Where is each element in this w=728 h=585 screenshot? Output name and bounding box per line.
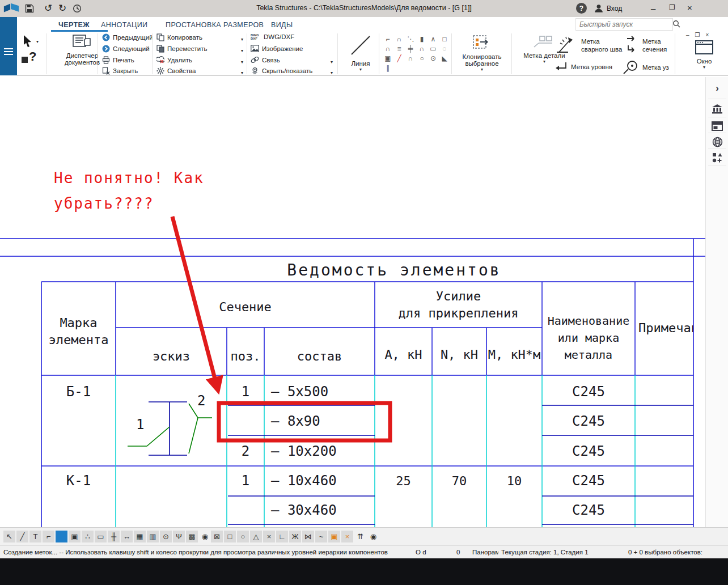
draw-angle-icon[interactable]: ∧	[428, 34, 439, 44]
draw-points-icon[interactable]: ⋱	[405, 34, 416, 44]
draw-curve-icon[interactable]: ∩	[405, 53, 416, 63]
help-icon[interactable]: ?	[576, 3, 587, 14]
close-drawing-button[interactable]: Закрыть	[102, 67, 138, 75]
weld-mark-icon[interactable]: ⌐	[43, 531, 54, 542]
draw-arc2-icon[interactable]: ∩	[416, 44, 428, 53]
pins-icon[interactable]: ⇈	[354, 531, 366, 542]
show-hide-button[interactable]: Скрыть/показать	[251, 67, 312, 74]
draw-ellipse-icon[interactable]: ○	[416, 53, 428, 63]
link-caret-icon[interactable]: ▾	[331, 60, 333, 65]
restore-button[interactable]: ❐	[669, 3, 675, 11]
select-area-icon[interactable]: □	[224, 531, 236, 542]
window-area-icon[interactable]: ▭	[95, 531, 107, 542]
tab-views[interactable]: ВИДЫ	[271, 21, 293, 29]
doc-minimize-icon[interactable]: –	[686, 32, 695, 38]
grid-icon[interactable]: ▦	[134, 531, 146, 542]
select-axis-icon[interactable]: Ж	[289, 531, 301, 542]
layout-panel-icon[interactable]	[706, 118, 728, 134]
plug-icon[interactable]: Ψ	[173, 531, 185, 542]
properties-button[interactable]: Свойства	[156, 67, 196, 75]
window-menu-button[interactable]: Окно ▾	[689, 39, 719, 70]
help-square-icon[interactable]	[22, 57, 28, 63]
drawing-canvas[interactable]: Не понятно! Как убрать???? Ведомость эле…	[0, 77, 705, 527]
select-pointer-icon[interactable]	[22, 35, 34, 48]
level-mark-button[interactable]: Метка уровня	[555, 61, 612, 73]
draw-hatch-icon[interactable]: ≡	[393, 44, 405, 53]
draw-parallel-icon[interactable]: ∥	[382, 63, 393, 73]
visibility-icon[interactable]: ◉	[367, 531, 379, 542]
component-icon[interactable]: ▣	[328, 531, 340, 542]
tab-annotations[interactable]: АННОТАЦИИ	[101, 21, 148, 29]
doc-close-icon[interactable]: ×	[706, 32, 715, 38]
draw-rounded-icon[interactable]: ▭	[428, 44, 439, 53]
zoom-point-icon[interactable]: ⊙	[160, 531, 172, 542]
component-select-icon[interactable]: ×	[341, 531, 353, 542]
select-triangle-icon[interactable]: △	[250, 531, 262, 542]
previous-drawing-button[interactable]: Предыдущий	[102, 33, 153, 41]
minimize-button[interactable]: –	[651, 3, 655, 13]
clone-selected-button[interactable]: Клонировать выбранное ▾	[455, 34, 509, 72]
select-wave-icon[interactable]: ~	[315, 531, 327, 542]
select-all-icon[interactable]: ⊠	[211, 531, 223, 542]
tab-drawing[interactable]: ЧЕРТЕЖ	[58, 21, 90, 29]
draw-bolt-icon[interactable]: ▮	[416, 34, 428, 44]
draw-circle-icon[interactable]: ◌	[439, 44, 450, 53]
line-icon[interactable]: ╱	[16, 531, 28, 542]
select-bowtie-icon[interactable]: ⋈	[302, 531, 314, 542]
tekla-warehouse-icon[interactable]	[706, 101, 728, 117]
delete-caret-icon[interactable]: ▾	[241, 60, 243, 65]
draw-region-icon[interactable]: ▣	[382, 53, 393, 63]
select-cross-icon[interactable]: ×	[263, 531, 275, 542]
draw-arc3-icon[interactable]: ∩	[382, 44, 393, 53]
grid-secondary-icon[interactable]: ▥	[147, 531, 159, 542]
draw-arc-icon[interactable]: ∩	[393, 34, 405, 44]
node-mark-button[interactable]: Метка уз	[623, 60, 669, 75]
draw-rectangle-icon[interactable]: □	[439, 34, 450, 44]
move-caret-icon[interactable]: ▾	[241, 48, 243, 53]
pointer-icon[interactable]: ↖	[3, 531, 15, 542]
doc-restore-icon[interactable]: ❐	[695, 32, 706, 38]
copy-button[interactable]: Копировать	[156, 33, 202, 41]
line-tool-button[interactable]: Линия ▾	[343, 33, 378, 72]
show-hide-caret-icon[interactable]: ▾	[331, 70, 333, 75]
stretch-icon[interactable]: ↔	[121, 531, 133, 542]
color-swatch-icon[interactable]	[56, 531, 67, 542]
quick-launch-input[interactable]	[575, 18, 673, 31]
select-corner-icon[interactable]: ∟	[276, 531, 288, 542]
draw-polyline-icon[interactable]: ⌐	[382, 34, 393, 44]
next-drawing-button[interactable]: Следующий	[102, 45, 150, 53]
print-button[interactable]: Печать	[102, 56, 134, 64]
tab-dimensions[interactable]: ПРОСТАНОВКА РАЗМЕРОВ	[166, 21, 264, 29]
draw-circle-dot-icon[interactable]: ⊙	[428, 53, 439, 63]
properties-caret-icon[interactable]: ▾	[241, 70, 243, 75]
globe-icon[interactable]	[706, 134, 728, 150]
fit-area-icon[interactable]: ▣	[69, 531, 81, 542]
search-icon[interactable]	[672, 20, 680, 28]
section-mark-button[interactable]: Меткасечения	[625, 35, 667, 56]
dwg-dxf-button[interactable]: DWGDXF DWG/DXF	[251, 33, 294, 40]
components-icon[interactable]	[706, 150, 728, 166]
close-button[interactable]: ×	[687, 3, 692, 12]
visibility-icon[interactable]: ◉	[199, 531, 211, 542]
draw-symbol-icon[interactable]: ╪	[405, 44, 416, 53]
dimension-icon[interactable]: ╫	[108, 531, 120, 542]
pointer-caret-icon[interactable]: ▾	[36, 39, 39, 44]
context-help-icon[interactable]: ?	[29, 49, 36, 64]
move-button[interactable]: Переместить	[156, 45, 207, 53]
draw-slash-icon[interactable]: ╱	[393, 53, 405, 63]
weld-mark-button[interactable]: Меткасварного шва	[555, 35, 622, 56]
user-icon[interactable]	[594, 4, 603, 13]
pattern-icon[interactable]: ▩	[186, 531, 198, 542]
delete-button[interactable]: Удалить	[156, 56, 192, 64]
text-icon[interactable]: T	[29, 531, 41, 542]
sign-in-button[interactable]: Вход	[607, 5, 622, 12]
spray-icon[interactable]: ∴	[82, 531, 94, 542]
image-button[interactable]: Изображение	[251, 45, 303, 52]
copy-caret-icon[interactable]: ▾	[241, 37, 243, 42]
status-pan[interactable]: Панорама	[472, 549, 498, 556]
link-button[interactable]: Связь	[251, 56, 280, 63]
draw-corner-icon[interactable]: ◣	[439, 53, 450, 63]
select-circle-icon[interactable]: ○	[237, 531, 249, 542]
menu-icon[interactable]	[4, 48, 13, 55]
panel-expand-icon[interactable]: ›	[706, 80, 728, 96]
